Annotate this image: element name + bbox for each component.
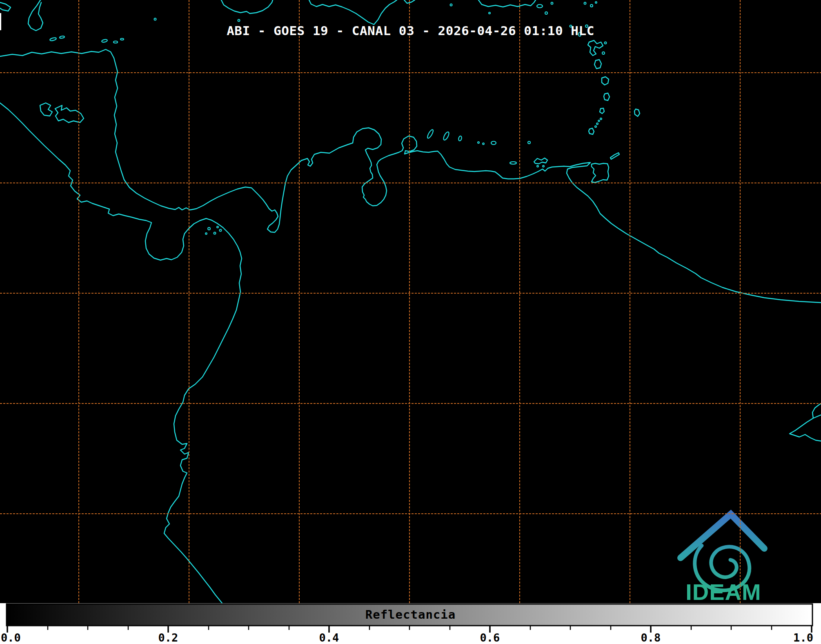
colorbar-minor-tick — [691, 626, 692, 630]
colorbar-minor-tick — [530, 626, 531, 630]
colorbar-major-tick — [811, 626, 812, 633]
colorbar-minor-tick — [248, 626, 249, 630]
colorbar-minor-tick — [128, 626, 129, 630]
map-background — [0, 0, 821, 603]
colorbar-major-tick — [167, 626, 169, 633]
colorbar-major-tick — [7, 626, 8, 633]
colorbar-minor-tick — [610, 626, 612, 630]
colorbar-major-tick — [650, 626, 652, 633]
colorbar-minor-tick — [570, 626, 571, 630]
colorbar-minor-tick — [369, 626, 370, 630]
colorbar-major-tick — [328, 626, 330, 633]
ideam-logo-text: IDEAM — [685, 579, 761, 605]
goes-satellite-image-figure: IDEAM ABI - GOES 19 - CANAL 03 - 2026-04… — [0, 0, 821, 644]
colorbar-minor-tick — [449, 626, 451, 630]
colorbar-minor-tick — [289, 626, 290, 630]
map-canvas: IDEAM — [0, 0, 821, 644]
colorbar-minor-tick — [47, 626, 49, 630]
colorbar-minor-tick — [87, 626, 89, 630]
colorbar-major-tick — [489, 626, 491, 633]
colorbar-minor-tick — [409, 626, 410, 630]
colorbar-minor-tick — [771, 626, 772, 630]
map-edge-artifact — [0, 13, 1, 30]
colorbar-minor-tick — [208, 626, 209, 630]
colorbar-minor-tick — [731, 626, 732, 630]
colorbar-gradient-bar — [7, 604, 812, 626]
